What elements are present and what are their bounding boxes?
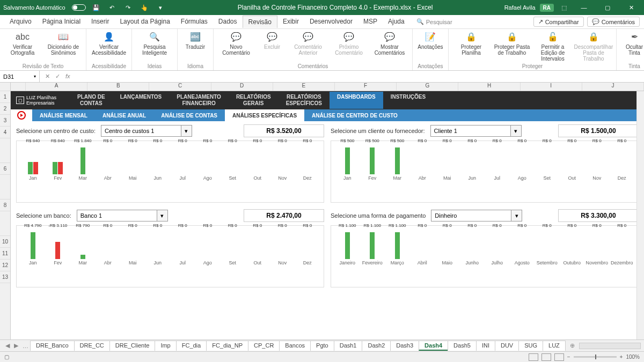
undo-icon[interactable]: ↶ bbox=[106, 2, 118, 13]
cancel-formula-icon[interactable]: ✕ bbox=[45, 73, 50, 80]
main-tab-relat-rios-espec-ficos[interactable]: RELATÓRIOSESPECÍFICOS bbox=[279, 92, 330, 109]
ribbon-ocultar-tinta[interactable]: ✒Ocultar Tinta bbox=[620, 31, 644, 56]
close-button[interactable]: ✕ bbox=[621, 0, 641, 15]
menu-ajuda[interactable]: Ajuda bbox=[383, 16, 410, 28]
ribbon-permitir-a-edi-o-de-intervalos[interactable]: 🔓Permitir a Edição de Intervalos bbox=[533, 31, 572, 62]
ribbon: abcVerificar Ortografia📖Dicionário de Si… bbox=[0, 29, 644, 71]
main-tab-lan-amentos-[interactable]: LANÇAMENTOS bbox=[113, 92, 170, 109]
menu-arquivo[interactable]: Arquivo bbox=[4, 16, 37, 28]
ribbon-anota-es[interactable]: 📝Anotações bbox=[416, 31, 445, 50]
zoom-slider[interactable] bbox=[574, 356, 617, 358]
minimize-button[interactable]: — bbox=[574, 0, 594, 15]
ribbon-proteger-planilha[interactable]: 🔒Proteger Planilha bbox=[452, 31, 491, 56]
chevron-down-icon[interactable]: ▾ bbox=[34, 74, 36, 79]
share-button[interactable]: ↗ Compartilhar bbox=[533, 17, 584, 27]
page-break-view-button[interactable] bbox=[554, 353, 564, 361]
touch-mode-icon[interactable]: 👆 bbox=[138, 2, 150, 13]
comments-button[interactable]: 💬 Comentários bbox=[587, 17, 640, 27]
sub-tab-an-lises-espec-ficas[interactable]: ANÁLISES ESPECÍFICAS bbox=[225, 109, 304, 121]
record-macro-icon[interactable]: ▢ bbox=[4, 354, 9, 360]
ribbon-dicion-rio-de-sin-nimos[interactable]: 📖Dicionário de Sinônimos bbox=[44, 31, 83, 56]
menu-exibir[interactable]: Exibir bbox=[277, 16, 304, 28]
sheet-tab-bancos[interactable]: Bancos bbox=[279, 341, 311, 351]
sheet-tab-pgto[interactable]: Pgto bbox=[310, 341, 334, 351]
selector-arrow-pagamento[interactable]: ▾ bbox=[511, 210, 522, 221]
user-name[interactable]: Rafael Avila bbox=[504, 4, 536, 11]
sub-tab-an-lise-de-centro-de-custo[interactable]: ANÁLISE DE CENTRO DE CUSTO bbox=[304, 109, 405, 121]
sheet-tab-duv[interactable]: DUV bbox=[495, 341, 519, 351]
menu-layout-da-página[interactable]: Layout da Página bbox=[114, 16, 175, 28]
sub-tab-an-lise-de-contas[interactable]: ANÁLISE DE CONTAS bbox=[153, 109, 225, 121]
search-input[interactable]: Pesquisar bbox=[426, 19, 452, 25]
name-box[interactable]: D31 ▾ bbox=[0, 71, 40, 82]
selector-cliente[interactable]: Cliente 1 bbox=[430, 125, 511, 137]
menu-revisão[interactable]: Revisão bbox=[243, 16, 277, 28]
sheet-tab-dash4[interactable]: Dash4 bbox=[419, 341, 448, 351]
ribbon-proteger-pasta-de-trabalho[interactable]: 🔒Proteger Pasta de Trabalho bbox=[493, 31, 531, 56]
save-icon[interactable]: 💾 bbox=[90, 2, 102, 13]
sheet-tab-dre_banco[interactable]: DRE_Banco bbox=[30, 341, 75, 351]
vertical-scrollbar[interactable] bbox=[636, 91, 644, 339]
zoom-level[interactable]: 100% bbox=[626, 354, 640, 360]
user-avatar[interactable]: RA bbox=[540, 4, 554, 12]
horizontal-scrollbar[interactable] bbox=[579, 343, 641, 349]
menu-página-inicial[interactable]: Página Inicial bbox=[37, 16, 86, 28]
menu-fórmulas[interactable]: Fórmulas bbox=[175, 16, 213, 28]
sheet-tab-ini[interactable]: INI bbox=[476, 341, 495, 351]
sub-tab-an-lise-mensal[interactable]: ANÁLISE MENSAL bbox=[32, 109, 95, 121]
ribbon-traduzir[interactable]: 🔤Traduzir bbox=[181, 31, 210, 50]
ribbon-mostrar-coment-rios[interactable]: 💬Mostrar Comentários bbox=[370, 31, 409, 56]
ribbon-verificar-ortografia[interactable]: abcVerificar Ortografia bbox=[3, 31, 42, 56]
selector-pagamento[interactable]: Dinheiro bbox=[431, 210, 511, 221]
sheet-tab-dre_cliente[interactable]: DRE_Cliente bbox=[109, 341, 156, 351]
main-tab-plano-de-contas[interactable]: PLANO DECONTAS bbox=[70, 92, 113, 109]
autosave-toggle[interactable] bbox=[72, 4, 86, 11]
ribbon-verificar-acessibilidade[interactable]: 👤Verificar Acessibilidade bbox=[90, 31, 128, 56]
ribbon-pesquisa-inteligente[interactable]: 🔍Pesquisa Inteligente bbox=[135, 31, 174, 56]
menu-desenvolvedor[interactable]: Desenvolvedor bbox=[304, 16, 358, 28]
play-button[interactable] bbox=[11, 109, 32, 121]
accept-formula-icon[interactable]: ✓ bbox=[55, 73, 60, 80]
page-layout-view-button[interactable] bbox=[541, 353, 551, 361]
ribbon-novo-coment-rio[interactable]: 💬Novo Comentário bbox=[217, 31, 255, 56]
sheet-tab-dash5[interactable]: Dash5 bbox=[448, 341, 477, 351]
menu-dados[interactable]: Dados bbox=[213, 16, 243, 28]
ribbon-coment-rio-anterior: 💬Comentário Anterior bbox=[289, 31, 327, 56]
ribbon-display-icon[interactable]: ⬚ bbox=[558, 2, 570, 13]
sheet-tab-imp[interactable]: Imp bbox=[155, 341, 176, 351]
sheet-nav-next[interactable]: ▶ bbox=[12, 342, 20, 349]
main-tab-relat-rios-gerais[interactable]: RELATÓRIOSGERAIS bbox=[229, 92, 279, 109]
zoom-out-button[interactable]: − bbox=[567, 354, 570, 360]
selector-banco[interactable]: Banco 1 bbox=[77, 210, 157, 221]
zoom-in-button[interactable]: + bbox=[620, 354, 623, 360]
sheet-tab-dash1[interactable]: Dash1 bbox=[334, 341, 363, 351]
fx-icon[interactable]: fx bbox=[65, 73, 70, 80]
selector-arrow-cliente[interactable]: ▾ bbox=[511, 125, 522, 137]
selector-arrow-banco[interactable]: ▾ bbox=[157, 210, 168, 221]
redo-icon[interactable]: ↷ bbox=[122, 2, 134, 13]
add-sheet-button[interactable]: ⊕ bbox=[566, 342, 579, 349]
sheet-tab-fc_dia_np[interactable]: FC_dia_NP bbox=[206, 341, 248, 351]
qat-dropdown-icon[interactable]: ▾ bbox=[155, 2, 166, 13]
sub-tab-an-lise-anual[interactable]: ANÁLISE ANUAL bbox=[95, 109, 153, 121]
sheet-tab-luz[interactable]: LUZ bbox=[543, 341, 566, 351]
sheet-tab-sug[interactable]: SUG bbox=[518, 341, 543, 351]
main-tab-planejamento-financeiro[interactable]: PLANEJAMENTOFINANCEIRO bbox=[169, 92, 229, 109]
menu-inserir[interactable]: Inserir bbox=[86, 16, 114, 28]
main-tab-instru-es-[interactable]: INSTRUÇÕES bbox=[383, 92, 434, 109]
selector-centro[interactable]: Centro de custos 1 bbox=[101, 125, 181, 137]
sheet-tab-cp_cr[interactable]: CP_CR bbox=[248, 341, 280, 351]
maximize-button[interactable]: ▢ bbox=[598, 0, 617, 15]
column-headers[interactable]: ABCDEFGHIJ bbox=[11, 83, 644, 91]
row-headers[interactable]: 12346810111213 bbox=[0, 83, 11, 339]
sheet-tab-dash2[interactable]: Dash2 bbox=[362, 341, 391, 351]
sheet-nav-more[interactable]: … bbox=[20, 343, 31, 349]
sheet-tab-dre_cc[interactable]: DRE_CC bbox=[74, 341, 110, 351]
sheet-nav-prev[interactable]: ◀ bbox=[3, 342, 12, 349]
selector-arrow-centro[interactable]: ▾ bbox=[181, 125, 192, 137]
main-tab-dashboards-[interactable]: DASHBOARDS bbox=[330, 92, 383, 109]
normal-view-button[interactable] bbox=[529, 353, 538, 361]
sheet-tab-dash3[interactable]: Dash3 bbox=[390, 341, 419, 351]
menu-msp[interactable]: MSP bbox=[358, 16, 383, 28]
sheet-tab-fc_dia[interactable]: FC_dia bbox=[176, 341, 207, 351]
